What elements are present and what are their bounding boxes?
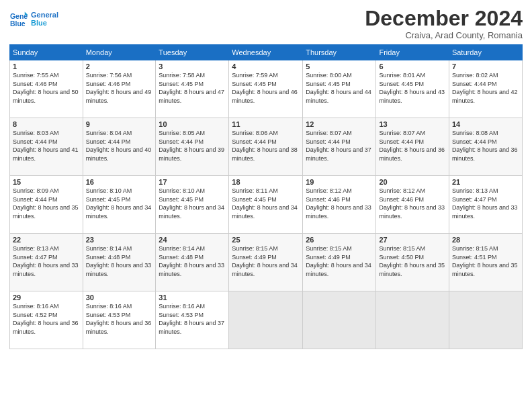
calendar-week-row: 15Sunrise: 8:09 AMSunset: 4:44 PMDayligh… <box>10 176 523 234</box>
day-detail: Sunrise: 8:02 AMSunset: 4:44 PMDaylight:… <box>452 71 519 105</box>
day-number: 15 <box>13 178 80 186</box>
day-number: 14 <box>452 120 519 128</box>
day-number: 4 <box>232 62 300 71</box>
calendar-week-row: 8Sunrise: 8:03 AMSunset: 4:44 PMDaylight… <box>10 118 523 176</box>
calendar-cell: 17Sunrise: 8:10 AMSunset: 4:45 PMDayligh… <box>156 176 229 234</box>
day-number: 18 <box>232 178 300 186</box>
day-detail: Sunrise: 8:15 AMSunset: 4:51 PMDaylight:… <box>452 244 519 278</box>
day-detail: Sunrise: 8:15 AMSunset: 4:49 PMDaylight:… <box>232 244 300 278</box>
weekday-header-sunday: Sunday <box>10 45 83 60</box>
calendar-cell: 9Sunrise: 8:04 AMSunset: 4:44 PMDaylight… <box>83 118 156 176</box>
calendar-cell: 24Sunrise: 8:14 AMSunset: 4:48 PMDayligh… <box>156 234 229 291</box>
day-detail: Sunrise: 8:16 AMSunset: 4:53 PMDaylight:… <box>159 302 226 336</box>
day-number: 13 <box>379 120 445 128</box>
day-detail: Sunrise: 8:16 AMSunset: 4:53 PMDaylight:… <box>86 302 153 336</box>
day-number: 11 <box>232 120 300 128</box>
day-detail: Sunrise: 8:10 AMSunset: 4:45 PMDaylight:… <box>159 187 226 220</box>
day-number: 12 <box>306 120 373 128</box>
calendar-cell: 26Sunrise: 8:15 AMSunset: 4:49 PMDayligh… <box>303 234 376 291</box>
day-detail: Sunrise: 7:56 AMSunset: 4:46 PMDaylight:… <box>86 71 153 105</box>
day-detail: Sunrise: 8:11 AMSunset: 4:45 PMDaylight:… <box>232 187 300 220</box>
calendar-cell: 4Sunrise: 7:59 AMSunset: 4:45 PMDaylight… <box>229 60 303 118</box>
calendar-cell: 30Sunrise: 8:16 AMSunset: 4:53 PMDayligh… <box>83 291 156 349</box>
calendar-cell: 20Sunrise: 8:12 AMSunset: 4:46 PMDayligh… <box>376 176 449 234</box>
day-detail: Sunrise: 8:09 AMSunset: 4:44 PMDaylight:… <box>13 187 80 220</box>
title-block: December 2024 Craiva, Arad County, Roman… <box>365 7 523 40</box>
weekday-header-row: SundayMondayTuesdayWednesdayThursdayFrid… <box>10 45 523 60</box>
day-detail: Sunrise: 8:00 AMSunset: 4:45 PMDaylight:… <box>306 71 373 105</box>
calendar-cell: 14Sunrise: 8:08 AMSunset: 4:44 PMDayligh… <box>449 118 522 176</box>
day-number: 23 <box>86 236 153 244</box>
day-number: 5 <box>306 62 373 71</box>
day-number: 19 <box>306 178 373 186</box>
day-number: 27 <box>379 236 445 244</box>
day-detail: Sunrise: 7:55 AMSunset: 4:46 PMDaylight:… <box>13 71 80 105</box>
day-number: 26 <box>306 236 373 244</box>
logo-icon: General Blue <box>9 9 28 28</box>
calendar-cell: 16Sunrise: 8:10 AMSunset: 4:45 PMDayligh… <box>83 176 156 234</box>
calendar-table: SundayMondayTuesdayWednesdayThursdayFrid… <box>9 44 523 349</box>
calendar-cell: 3Sunrise: 7:58 AMSunset: 4:45 PMDaylight… <box>156 60 229 118</box>
day-detail: Sunrise: 8:06 AMSunset: 4:44 PMDaylight:… <box>232 129 300 163</box>
day-number: 20 <box>379 178 445 186</box>
day-number: 1 <box>13 62 80 71</box>
day-detail: Sunrise: 8:01 AMSunset: 4:45 PMDaylight:… <box>379 71 445 105</box>
day-number: 3 <box>159 62 226 71</box>
day-detail: Sunrise: 8:15 AMSunset: 4:49 PMDaylight:… <box>306 244 373 278</box>
calendar-cell: 18Sunrise: 8:11 AMSunset: 4:45 PMDayligh… <box>229 176 303 234</box>
day-detail: Sunrise: 8:14 AMSunset: 4:48 PMDaylight:… <box>86 244 153 278</box>
day-detail: Sunrise: 8:16 AMSunset: 4:52 PMDaylight:… <box>13 302 80 336</box>
day-detail: Sunrise: 8:04 AMSunset: 4:44 PMDaylight:… <box>86 129 153 163</box>
day-number: 10 <box>159 120 226 128</box>
svg-text:Blue: Blue <box>10 19 26 28</box>
calendar-cell: 21Sunrise: 8:13 AMSunset: 4:47 PMDayligh… <box>449 176 522 234</box>
day-detail: Sunrise: 8:07 AMSunset: 4:44 PMDaylight:… <box>306 129 373 163</box>
day-detail: Sunrise: 7:59 AMSunset: 4:45 PMDaylight:… <box>232 71 300 105</box>
calendar-week-row: 22Sunrise: 8:13 AMSunset: 4:47 PMDayligh… <box>10 234 523 291</box>
calendar-cell: 7Sunrise: 8:02 AMSunset: 4:44 PMDaylight… <box>449 60 522 118</box>
calendar-week-row: 29Sunrise: 8:16 AMSunset: 4:52 PMDayligh… <box>10 291 523 349</box>
calendar-cell: 31Sunrise: 8:16 AMSunset: 4:53 PMDayligh… <box>156 291 229 349</box>
day-number: 6 <box>379 62 445 71</box>
day-detail: Sunrise: 8:12 AMSunset: 4:46 PMDaylight:… <box>306 187 373 220</box>
calendar-cell: 25Sunrise: 8:15 AMSunset: 4:49 PMDayligh… <box>229 234 303 291</box>
calendar-cell: 8Sunrise: 8:03 AMSunset: 4:44 PMDaylight… <box>10 118 83 176</box>
day-detail: Sunrise: 8:12 AMSunset: 4:46 PMDaylight:… <box>379 187 445 220</box>
day-number: 25 <box>232 236 300 244</box>
calendar-cell: 29Sunrise: 8:16 AMSunset: 4:52 PMDayligh… <box>10 291 83 349</box>
calendar-cell: 23Sunrise: 8:14 AMSunset: 4:48 PMDayligh… <box>83 234 156 291</box>
day-detail: Sunrise: 8:14 AMSunset: 4:48 PMDaylight:… <box>159 244 226 278</box>
day-number: 21 <box>452 178 519 186</box>
day-number: 17 <box>159 178 226 186</box>
day-detail: Sunrise: 8:10 AMSunset: 4:45 PMDaylight:… <box>86 187 153 220</box>
calendar-cell: 19Sunrise: 8:12 AMSunset: 4:46 PMDayligh… <box>303 176 376 234</box>
calendar-cell: 28Sunrise: 8:15 AMSunset: 4:51 PMDayligh… <box>449 234 522 291</box>
day-detail: Sunrise: 8:13 AMSunset: 4:47 PMDaylight:… <box>13 244 80 278</box>
day-number: 9 <box>86 120 153 128</box>
location-subtitle: Craiva, Arad County, Romania <box>365 30 523 40</box>
calendar-cell <box>303 291 376 349</box>
day-detail: Sunrise: 7:58 AMSunset: 4:45 PMDaylight:… <box>159 71 226 105</box>
calendar-cell: 12Sunrise: 8:07 AMSunset: 4:44 PMDayligh… <box>303 118 376 176</box>
day-number: 2 <box>86 62 153 71</box>
calendar-cell <box>376 291 449 349</box>
weekday-header-wednesday: Wednesday <box>229 45 303 60</box>
day-detail: Sunrise: 8:13 AMSunset: 4:47 PMDaylight:… <box>452 187 519 220</box>
day-number: 22 <box>13 236 80 244</box>
calendar-cell <box>449 291 522 349</box>
header: General Blue General Blue December 2024 … <box>9 7 523 40</box>
weekday-header-tuesday: Tuesday <box>156 45 229 60</box>
day-number: 24 <box>159 236 226 244</box>
calendar-cell <box>229 291 303 349</box>
calendar-cell: 1Sunrise: 7:55 AMSunset: 4:46 PMDaylight… <box>10 60 83 118</box>
day-detail: Sunrise: 8:08 AMSunset: 4:44 PMDaylight:… <box>452 129 519 163</box>
weekday-header-friday: Friday <box>376 45 449 60</box>
calendar-week-row: 1Sunrise: 7:55 AMSunset: 4:46 PMDaylight… <box>10 60 523 118</box>
calendar-cell: 10Sunrise: 8:05 AMSunset: 4:44 PMDayligh… <box>156 118 229 176</box>
day-detail: Sunrise: 8:05 AMSunset: 4:44 PMDaylight:… <box>159 129 226 163</box>
calendar-cell: 11Sunrise: 8:06 AMSunset: 4:44 PMDayligh… <box>229 118 303 176</box>
day-number: 29 <box>13 293 80 302</box>
calendar-cell: 27Sunrise: 8:15 AMSunset: 4:50 PMDayligh… <box>376 234 449 291</box>
calendar-cell: 5Sunrise: 8:00 AMSunset: 4:45 PMDaylight… <box>303 60 376 118</box>
logo-text-line1: General <box>31 11 58 19</box>
